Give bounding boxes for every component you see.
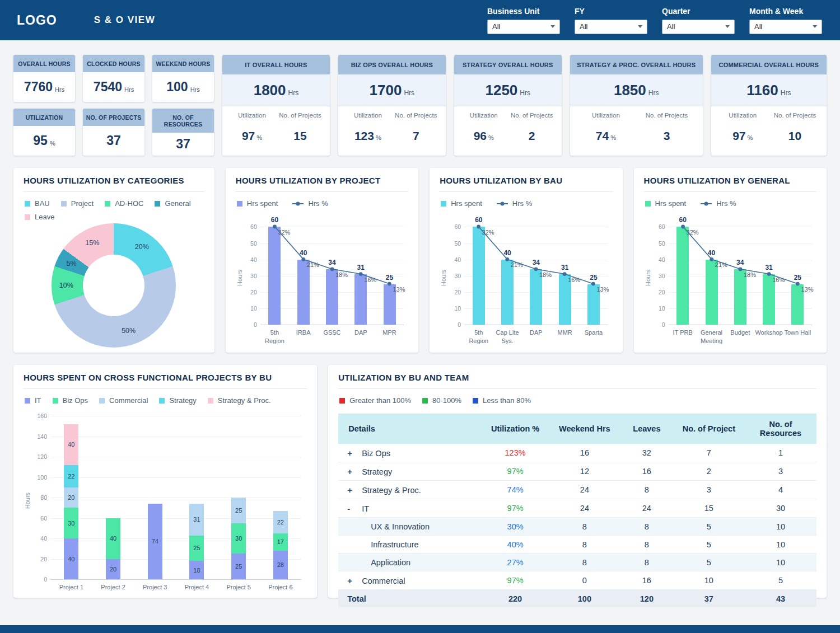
legend-label: Hrs % xyxy=(512,199,532,208)
x-label-general-meeting: General Meeting xyxy=(697,329,726,345)
kpi-unit: Hrs xyxy=(55,86,64,93)
expand-toggle[interactable]: - xyxy=(347,504,362,513)
chevron-down-icon xyxy=(813,25,817,28)
kpi-label: UTILIZATION xyxy=(13,109,75,126)
chart-body: Hours0102030405060604034312532%21%18%16%… xyxy=(440,210,612,346)
bar-swatch xyxy=(441,201,446,207)
donut-chart: 20%50%10%5%15% xyxy=(52,223,176,348)
segment-biz-ops-project-6: 17 xyxy=(273,533,288,551)
legend-label: General xyxy=(165,199,190,208)
filter-select-business-unit[interactable]: All xyxy=(487,20,560,34)
col-no-of-project: No. of Project xyxy=(673,414,745,444)
utilization-label: Utilization xyxy=(576,112,637,119)
kpi-row: OVERALL HOURS7760HrsCLOCKED HOURS7540Hrs… xyxy=(0,40,840,156)
legend-swatch xyxy=(155,201,160,207)
legend-swatch xyxy=(25,214,30,220)
projects-value: 7 xyxy=(392,124,440,143)
bu-hours-number: 1800 xyxy=(254,82,286,99)
legend-label: Hrs % xyxy=(716,199,736,208)
kpi-card-clocked-hours: CLOCKED HOURS7540Hrs xyxy=(83,55,144,102)
bu-name: Infrastructure xyxy=(371,540,418,549)
utilization-label: Utilization xyxy=(717,112,769,119)
y-tick: 0 xyxy=(651,321,665,328)
total-label-cell: Total xyxy=(338,590,482,608)
projects-value: 3 xyxy=(636,124,697,143)
expand-toggle[interactable]: + xyxy=(347,485,362,495)
segment-strategy-proc-project-1: 40 xyxy=(64,424,78,465)
chart-legend: Hrs spentHrs % xyxy=(236,192,408,208)
legend-swatch xyxy=(159,398,165,404)
projects-cell: 5 xyxy=(673,554,745,571)
team-row: Infrastructure40%88510 xyxy=(338,536,816,554)
utilization-number: 96 xyxy=(474,129,487,142)
legend-item-less-than-80: Less than 80% xyxy=(473,396,531,405)
filter-select-fy[interactable]: All xyxy=(575,20,647,34)
y-tick: 50 xyxy=(446,240,461,247)
chart-legend: Hrs spentHrs % xyxy=(440,192,612,208)
resources-cell: 5 xyxy=(745,571,816,590)
filter-select-month-week[interactable]: All xyxy=(749,20,822,34)
kpi-label: NO. OF PROJECTS xyxy=(83,109,144,126)
legend-swatch xyxy=(25,398,30,404)
bu-stat-values: 74 %3 xyxy=(570,119,703,143)
segment-it-project-3: 74 xyxy=(148,504,162,579)
chart-legend: Hrs spentHrs % xyxy=(644,192,816,208)
x-label-project-4: Project 4 xyxy=(176,583,218,591)
total-leaves-cell: 120 xyxy=(620,590,673,608)
gridline xyxy=(50,457,301,457)
legend-hrs-spent: Hrs spent xyxy=(645,199,687,208)
expand-toggle[interactable]: + xyxy=(347,448,362,458)
utilization-number: 123 xyxy=(354,129,374,142)
projects-cell: 2 xyxy=(673,462,745,481)
bu-card-value: 1800Hrs xyxy=(222,74,330,106)
kpi-value-area: 37 xyxy=(83,126,144,156)
bu-hours-unit: Hrs xyxy=(520,89,530,97)
svg-text:32%: 32% xyxy=(686,229,698,236)
projects-value: 10 xyxy=(769,124,821,143)
card-hours-utilization-by-project: HOURS UTILIZATION BY PROJECT Hrs spentHr… xyxy=(226,168,418,353)
segment-it-project-2: 20 xyxy=(106,559,120,580)
bu-card-value: 1850Hrs xyxy=(570,74,703,106)
y-tick: 30 xyxy=(242,273,257,279)
line-marker-icon xyxy=(497,203,508,204)
weekend-hrs-cell: 24 xyxy=(549,481,620,499)
card-hours-utilization-by-categories: HOURS UTILIZATION BY CATEGORIES BAUProje… xyxy=(13,168,214,353)
utilization-cell: 30% xyxy=(482,518,549,536)
projects-value: 15 xyxy=(276,124,324,143)
y-tick: 40 xyxy=(446,256,461,263)
legend-swatch xyxy=(208,398,213,404)
bu-card-strategy-proc-overall-hours: STRATEGY & PROC. OVERALL HOURS1850HrsUti… xyxy=(570,55,703,156)
gridline xyxy=(50,437,301,437)
page-title: S & O VIEW xyxy=(94,15,155,26)
bu-hours-number: 1160 xyxy=(746,82,778,99)
bu-hours-unit: Hrs xyxy=(404,89,414,97)
legend-hrs-pct: Hrs % xyxy=(701,199,736,208)
legend-item-80-100: 80-100% xyxy=(422,396,461,405)
x-label-project-3: Project 3 xyxy=(134,583,176,591)
bar-swatch xyxy=(645,201,651,207)
filter-select-quarter[interactable]: All xyxy=(662,20,735,34)
bu-name: UX & Innovation xyxy=(371,522,430,531)
selected-value: All xyxy=(754,22,762,31)
filter-business-unit: Business UnitAll xyxy=(487,7,560,34)
weekend-hrs-cell: 16 xyxy=(549,444,620,462)
svg-text:21%: 21% xyxy=(511,262,523,269)
kpi-unit: Hrs xyxy=(124,86,134,93)
legend-hrs-pct: Hrs % xyxy=(497,199,532,208)
y-tick: 0 xyxy=(32,576,47,583)
y-tick: 50 xyxy=(242,240,257,247)
bu-stat-values: 123 %7 xyxy=(338,119,446,143)
kpi-card-weekend-hours: WEEKEND HOURS100Hrs xyxy=(152,55,214,102)
segment-it-project-1: 40 xyxy=(64,538,78,579)
gridline xyxy=(50,559,301,560)
weekend-hrs-cell: 8 xyxy=(549,518,620,536)
projects-cell: 3 xyxy=(673,481,745,499)
legend-label: Strategy xyxy=(169,396,196,405)
bu-hours-number: 1850 xyxy=(614,82,646,99)
expand-toggle[interactable]: + xyxy=(347,576,362,585)
x-axis-labels: 5th RegionIRBAGSSCDAPMPR xyxy=(260,329,404,345)
svg-text:18%: 18% xyxy=(335,271,348,278)
app-header: LOGO S & O VIEW Business UnitAllFYAllQua… xyxy=(0,0,840,40)
expand-toggle[interactable]: + xyxy=(347,467,362,476)
y-tick: 0 xyxy=(242,321,257,328)
